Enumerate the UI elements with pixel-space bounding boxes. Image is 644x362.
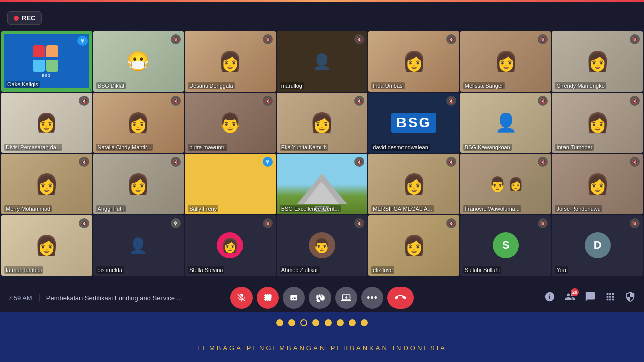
participant-cell[interactable]: D 🔇 You [552, 215, 643, 276]
participant-cell[interactable]: 👤 🎙 ois imelda [93, 215, 184, 276]
participant-name: BSG Kawangkoan [463, 144, 512, 151]
meeting-time: 7:59 AM [8, 294, 32, 302]
end-call-button[interactable] [387, 287, 414, 309]
participant-name: Natalia Cindy Mantir... [96, 144, 153, 151]
video-button[interactable] [257, 287, 279, 309]
mic-icon: 🔇 [263, 218, 273, 228]
participant-cell[interactable]: 👩 🔇 Merry Mohammad [1, 154, 92, 214]
rec-indicator [14, 16, 19, 21]
participant-name: Chendy Mamengko [555, 82, 606, 89]
participant-name: Ahmed Zulfikar [280, 266, 320, 274]
mic-icon: 🔇 [171, 157, 181, 167]
separator: | [38, 293, 40, 302]
participant-cell[interactable]: 👩 🔇 Chendy Mamengko [552, 31, 643, 92]
participants-badge: 28 [571, 288, 579, 296]
mic-icon: 🔇 [171, 34, 181, 44]
participant-name: Sullahi Sullahi [463, 266, 501, 274]
participant-name: Melissa Sanger [463, 82, 505, 89]
share-screen-button[interactable] [335, 287, 357, 309]
participant-name: MERSIFCA MEGALIA... [371, 205, 433, 212]
security-button[interactable] [625, 291, 636, 305]
participant-cell[interactable]: 🎙 Sally Freny [185, 154, 276, 214]
participant-cell[interactable]: 👩 🔇 eliz love [368, 215, 459, 276]
participant-cell[interactable]: 👨 🔇 putra mawuntu [185, 93, 276, 153]
participant-name: Eka Yunita Kamuh [280, 144, 328, 151]
participant-cell[interactable]: BSG 🔇 david desmondwalean [368, 93, 459, 153]
mic-icon: 🔇 [630, 157, 640, 167]
dot-6[interactable] [337, 319, 344, 326]
mic-icon: 🔇 [79, 157, 89, 167]
control-bar: 7:59 AM | Pembekalan Sertifikasi Funding… [0, 284, 644, 312]
footer: LEMBAGA PENGEMBANGAN PERBANKAN INDONESIA [0, 334, 644, 362]
participant-name: marullog [280, 82, 304, 89]
participant-cell[interactable]: 👨 🔇 Ahmed Zulfikar [277, 215, 368, 276]
participants-button[interactable]: 28 [565, 291, 576, 305]
info-button[interactable] [544, 291, 555, 305]
participant-name: fatmah tambipi [4, 266, 43, 274]
mic-icon: 🔇 [446, 157, 456, 167]
meeting-controls: ••• [230, 287, 414, 309]
participant-cell[interactable]: 👨👩 🔇 Franovie Wawoluma... [460, 154, 551, 214]
participant-cell[interactable]: 👩 🔇 Intan Tumober [552, 93, 643, 153]
more-options-button[interactable]: ••• [361, 287, 383, 309]
dot-5[interactable] [325, 319, 332, 326]
participant-cell[interactable]: 👤 🔇 BSG Kawangkoan [460, 93, 551, 153]
participant-cell[interactable]: 👩 🔇 fatmah tambipi [1, 215, 92, 276]
participant-name: Anggi Putri [96, 205, 126, 212]
participant-cell[interactable]: 👩 🔇 Desanti Donggala [185, 31, 276, 92]
dot-7[interactable] [349, 319, 356, 326]
participant-name: Oake Kaligis [6, 81, 40, 88]
participant-name: Inda Umbas [371, 82, 404, 89]
participant-cell[interactable]: 👤 🔇 marullog [277, 31, 368, 92]
participant-cell[interactable]: 👩 🔇 Inda Umbas [368, 31, 459, 92]
participant-name: Joise Rondonuwu [555, 205, 602, 212]
participant-name: Merry Mohammad [4, 205, 52, 212]
participant-cell[interactable]: 😷 🔇 BSG Diklat [93, 31, 184, 92]
participant-cell[interactable]: 👩 🔇 Anggi Putri [93, 154, 184, 214]
participant-name: Franovie Wawoluma... [463, 205, 521, 212]
dot-2[interactable] [288, 319, 295, 326]
mute-button[interactable] [230, 287, 253, 309]
participant-name: Divisi Pemasaran da... [4, 144, 62, 151]
participant-name: You [555, 266, 568, 274]
participant-name: BSG Diklat [96, 82, 126, 89]
mic-icon: 🔇 [79, 96, 89, 106]
mic-icon: 🔇 [446, 218, 456, 228]
right-controls: 28 [544, 291, 636, 305]
dot-1[interactable] [276, 319, 283, 326]
mic-icon: 🔇 [446, 34, 456, 44]
participant-cell[interactable]: BSG 🎙 Oake Kaligis [1, 31, 92, 92]
participant-cell[interactable]: S 🔇 Sullahi Sullahi [460, 215, 551, 276]
participant-cell[interactable]: 👩 🔇 Stella Stevina [185, 215, 276, 276]
participant-cell[interactable]: 👩 🔇 MERSIFCA MEGALIA... [368, 154, 459, 214]
participant-name: Intan Tumober [555, 144, 594, 151]
footer-text: LEMBAGA PENGEMBANGAN PERBANKAN INDONESIA [197, 344, 447, 352]
network-button[interactable] [605, 291, 616, 305]
mic-icon: 🔇 [171, 96, 181, 106]
participant-name: Sally Freny [188, 205, 218, 212]
mic-icon: 🔇 [630, 34, 640, 44]
dot-4[interactable] [312, 319, 319, 326]
dot-3[interactable] [300, 319, 307, 326]
video-grid: BSG 🎙 Oake Kaligis 😷 🔇 BSG Diklat 👩 🔇 De… [0, 31, 644, 276]
participant-name: david desmondwalean [371, 144, 429, 151]
participant-name: ois imelda [96, 266, 124, 274]
participant-name: eliz love [371, 266, 394, 274]
raise-hand-button[interactable] [309, 287, 331, 309]
dot-8[interactable] [361, 319, 368, 326]
chat-button[interactable] [585, 291, 596, 305]
participant-name: putra mawuntu [188, 144, 227, 151]
rec-button[interactable]: REC [7, 11, 42, 25]
participant-cell[interactable]: 👩 🔇 Melissa Sanger [460, 31, 551, 92]
cc-button[interactable] [283, 287, 305, 309]
mic-icon: 🎙 [77, 36, 88, 46]
mic-icon: 🔇 [630, 218, 640, 228]
rec-label: REC [22, 14, 35, 22]
participant-name: Desanti Donggala [188, 82, 234, 89]
participant-cell[interactable]: 👩 🔇 Eka Yunita Kamuh [277, 93, 368, 153]
participant-cell[interactable]: 👩 🔇 Natalia Cindy Mantir... [93, 93, 184, 153]
participant-cell[interactable]: BSG 🔇 BSG Excellence Cent... [277, 154, 368, 214]
pagination-dots [0, 312, 644, 334]
participant-cell[interactable]: 👩 🔇 Divisi Pemasaran da... [1, 93, 92, 153]
participant-cell[interactable]: 👩 🔇 Joise Rondonuwu [552, 154, 643, 214]
